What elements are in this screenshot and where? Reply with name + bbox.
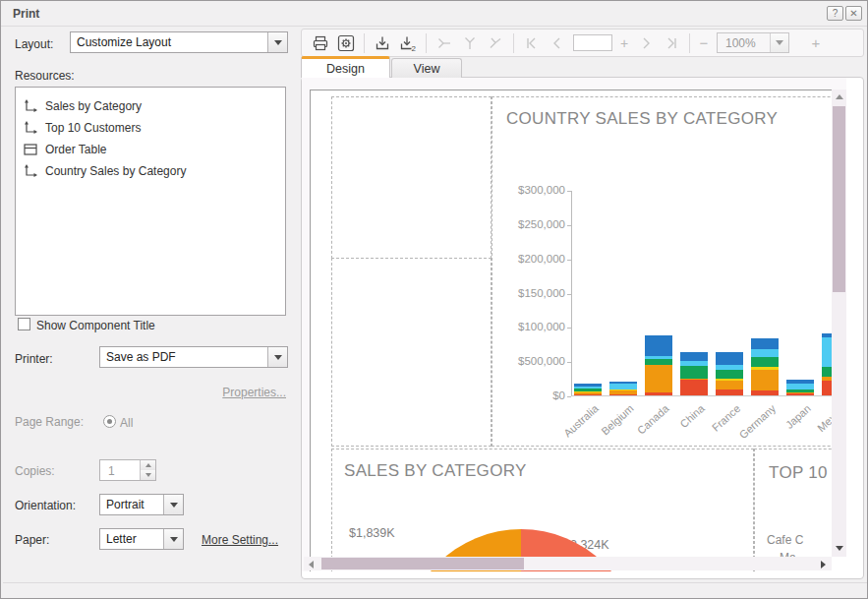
y-axis-tick-label: $0	[496, 389, 565, 401]
split-diagonal-icon[interactable]	[483, 31, 508, 55]
orientation-dropdown[interactable]: Portrait	[99, 494, 184, 515]
layout-dropdown[interactable]: Customize Layout	[70, 31, 288, 53]
bar-segment-cyan	[751, 349, 779, 357]
bar-segment-orange	[609, 390, 637, 394]
more-settings-link[interactable]: More Setting...	[202, 533, 278, 547]
resource-item[interactable]: Sales by Category	[16, 95, 285, 117]
toolbar-separator	[364, 33, 365, 53]
horizontal-scrollbar[interactable]	[304, 557, 832, 570]
toolbar-separator	[689, 33, 690, 53]
bar-segment-green	[751, 357, 779, 367]
resource-item[interactable]: Country Sales by Category	[16, 160, 285, 182]
tab-view[interactable]: View	[391, 58, 462, 78]
bar-segment-green	[680, 366, 708, 379]
resource-item[interactable]: Top 10 Customers	[16, 117, 285, 139]
resource-item[interactable]: Order Table	[16, 139, 285, 160]
y-axis-tick-mark	[567, 260, 571, 261]
scroll-right-icon[interactable]	[821, 561, 826, 569]
bar-segment-blue	[645, 335, 672, 356]
bar-segment-cyan	[574, 387, 602, 389]
help-button[interactable]: ?	[827, 6, 843, 21]
y-axis-tick-mark	[567, 396, 571, 397]
chevron-down-icon	[170, 503, 178, 508]
show-component-title-label: Show Component Title	[36, 319, 155, 332]
bar-segment-blue	[716, 352, 743, 365]
properties-link[interactable]: Properties...	[178, 386, 286, 399]
horizontal-scrollbar-thumb[interactable]	[321, 558, 524, 569]
scroll-down-icon[interactable]	[836, 546, 843, 551]
vertical-scrollbar-thumb[interactable]	[833, 106, 845, 292]
zoom-out-icon[interactable]: −	[695, 31, 713, 55]
triangle-down-icon	[145, 473, 151, 477]
export-icon[interactable]	[370, 31, 395, 55]
copies-label: Copies:	[15, 464, 55, 478]
top10-cell-1: Cafe C	[767, 533, 803, 547]
split-up-icon[interactable]	[457, 31, 483, 55]
close-button[interactable]: ✕	[845, 6, 862, 21]
show-component-title-checkbox[interactable]	[18, 318, 30, 330]
bar-segment-cyan	[716, 365, 743, 371]
copies-increment-button[interactable]	[141, 460, 155, 470]
zoom-dropdown[interactable]: 100%	[717, 32, 789, 53]
first-page-icon[interactable]	[519, 31, 545, 55]
resources-label: Resources:	[15, 69, 75, 83]
x-axis-category-label: Belgium	[599, 402, 636, 438]
next-page-icon[interactable]	[633, 31, 659, 55]
vertical-scrollbar[interactable]	[832, 90, 846, 557]
export-all-icon[interactable]: 2	[395, 31, 421, 55]
empty-component-box-bottom[interactable]	[331, 258, 492, 447]
chart-axis-icon	[24, 121, 39, 135]
svg-text:2: 2	[412, 43, 417, 52]
empty-component-box-top[interactable]	[331, 96, 492, 259]
x-axis-category-label: Germany	[736, 402, 778, 441]
page-setup-gear-icon[interactable]	[333, 31, 359, 55]
country-sales-chart-component[interactable]: COUNTRY SALES BY CATEGORY $300,000$250,0…	[492, 96, 846, 447]
paper-dropdown-button[interactable]	[163, 529, 183, 549]
printer-dropdown[interactable]: Save as PDF	[99, 346, 288, 368]
chevron-down-icon	[274, 40, 282, 45]
preview-toolbar: 2 + − 100% +	[301, 29, 864, 57]
page-range-all-radio[interactable]	[103, 415, 116, 428]
paper-dropdown[interactable]: Letter	[99, 528, 184, 550]
scroll-left-icon[interactable]	[309, 561, 314, 569]
tab-design[interactable]: Design	[301, 56, 390, 78]
last-page-icon[interactable]	[659, 31, 684, 55]
y-axis-tick-label: $150,000	[496, 287, 565, 299]
sales-by-category-component[interactable]: SALES BY CATEGORY $1,839K $2,324K	[331, 449, 754, 571]
split-left-icon[interactable]	[432, 31, 457, 55]
copies-stepper[interactable]: 1	[99, 459, 156, 481]
x-axis-category-label: China	[678, 402, 707, 430]
page-number-input[interactable]	[573, 34, 612, 51]
bar-segment-yellow	[609, 389, 637, 390]
bar-segment-red	[680, 380, 708, 395]
orientation-dropdown-button[interactable]	[163, 495, 183, 514]
printer-label: Printer:	[15, 352, 53, 366]
previous-page-icon[interactable]	[545, 31, 570, 55]
y-axis-tick-label: $500,000	[496, 355, 565, 367]
scroll-up-icon[interactable]	[836, 94, 843, 99]
resource-item-label: Order Table	[45, 143, 106, 156]
chevron-down-icon	[274, 355, 282, 360]
bar-segment-green	[645, 359, 672, 365]
orientation-value: Portrait	[100, 495, 163, 514]
dialog-footer-divider	[3, 582, 867, 583]
printer-dropdown-button[interactable]	[267, 347, 287, 367]
zoom-in-icon[interactable]: +	[807, 31, 825, 55]
y-axis-tick-mark	[567, 225, 571, 226]
x-axis-category-label: Australia	[561, 402, 601, 440]
y-axis-tick-label: $100,000	[496, 321, 565, 332]
zoom-value: 100%	[718, 33, 770, 52]
table-icon	[24, 143, 39, 156]
copies-value: 1	[100, 460, 140, 480]
print-icon[interactable]	[308, 31, 333, 55]
chart-axis-icon	[24, 99, 39, 113]
bar-segment-green	[786, 389, 814, 391]
preview-viewport: COUNTRY SALES BY CATEGORY $300,000$250,0…	[302, 78, 846, 571]
layout-dropdown-button[interactable]	[267, 32, 287, 52]
bar-plot	[571, 191, 846, 396]
zoom-dropdown-button[interactable]	[770, 33, 788, 52]
copies-decrement-button[interactable]	[141, 470, 155, 480]
page-plus-glyph: +	[615, 35, 633, 51]
orientation-label: Orientation:	[15, 499, 76, 512]
bar-segment-yellow	[751, 367, 779, 371]
